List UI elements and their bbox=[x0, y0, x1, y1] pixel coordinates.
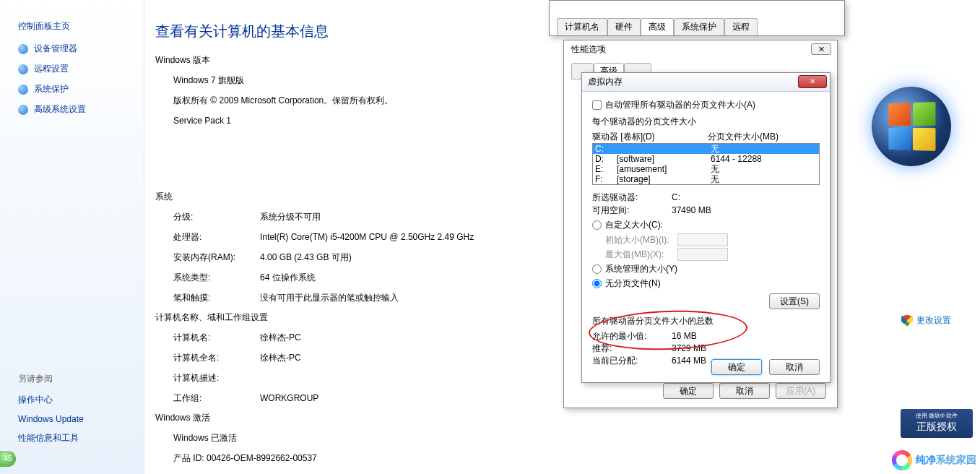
drive-listbox[interactable]: C:无 D:[software]6144 - 12288 E:[amusemen… bbox=[592, 143, 820, 185]
cur-value: 6144 MB bbox=[672, 355, 706, 367]
badge-45: 45 bbox=[0, 451, 16, 467]
free-space-label: 可用空间: bbox=[592, 204, 672, 217]
initial-size-label: 初始大小(MB)(I): bbox=[605, 234, 677, 246]
drive-col-header: 驱动器 [卷标](D) bbox=[592, 131, 708, 143]
drive-row: E:[amusement]无 bbox=[593, 164, 819, 174]
auto-manage-label: 自动管理所有驱动器的分页文件大小(A) bbox=[605, 99, 755, 111]
tab-hardware[interactable]: 硬件 bbox=[607, 18, 641, 35]
no-paging-label: 无分页文件(N) bbox=[605, 277, 661, 290]
vmem-title: 虚拟内存 bbox=[588, 76, 623, 88]
ram-value: 4.00 GB (2.43 GB 可用) bbox=[260, 251, 352, 264]
sidebar-title[interactable]: 控制面板主页 bbox=[18, 20, 144, 33]
cpu-label: 处理器: bbox=[173, 230, 260, 244]
ram-label: 安装内存(RAM): bbox=[173, 251, 260, 264]
product-id: 产品 ID: 00426-OEM-8992662-00537 bbox=[173, 452, 317, 465]
custom-size-label: 自定义大小(C): bbox=[605, 219, 663, 231]
system-managed-radio[interactable] bbox=[592, 264, 602, 274]
virtual-memory-dialog: 虚拟内存 ✕ 自动管理所有驱动器的分页文件大小(A) 每个驱动器的分页文件大小 … bbox=[581, 72, 831, 383]
drive-row: F:[storage]无 bbox=[593, 174, 819, 184]
sidebar-link-device-manager[interactable]: 设备管理器 bbox=[18, 43, 144, 55]
close-icon[interactable]: ✕ bbox=[798, 75, 827, 88]
service-pack-value: Service Pack 1 bbox=[173, 114, 231, 127]
drive-row: C:无 bbox=[593, 144, 819, 154]
shield-icon bbox=[18, 64, 28, 74]
cpu-value: Intel(R) Core(TM) i5-4200M CPU @ 2.50GHz… bbox=[260, 230, 474, 244]
min-value: 16 MB bbox=[672, 330, 697, 342]
pen-value: 没有可用于此显示器的笔或触控输入 bbox=[260, 291, 399, 304]
system-managed-label: 系统管理的大小(Y) bbox=[605, 263, 677, 275]
type-label: 系统类型: bbox=[173, 271, 260, 284]
windows-logo bbox=[872, 87, 951, 166]
sidebar-link-remote-settings[interactable]: 远程设置 bbox=[18, 63, 144, 75]
shield-icon bbox=[901, 315, 913, 327]
rec-value: 3729 MB bbox=[672, 342, 706, 355]
copyright-value: 版权所有 © 2009 Microsoft Corporation。保留所有权利… bbox=[173, 94, 393, 107]
each-drive-header: 每个驱动器的分页文件大小 bbox=[592, 116, 820, 128]
activation-header: Windows 激活 bbox=[155, 412, 980, 424]
no-paging-radio[interactable] bbox=[592, 279, 602, 288]
link-action-center[interactable]: 操作中心 bbox=[18, 394, 84, 406]
perfopt-apply-button[interactable]: 应用(A) bbox=[776, 383, 826, 399]
pen-label: 笔和触摸: bbox=[173, 291, 260, 304]
sel-drive-value: C: bbox=[672, 191, 680, 204]
tab-remote[interactable]: 远程 bbox=[724, 18, 758, 35]
custom-size-radio[interactable] bbox=[592, 220, 602, 230]
free-space-value: 37490 MB bbox=[672, 204, 711, 217]
system-properties-dialog: 计算机名 硬件 高级 系统保护 远程 bbox=[549, 0, 845, 36]
wg-value: WORKGROUP bbox=[260, 392, 318, 405]
sel-drive-label: 所选驱动器: bbox=[592, 191, 672, 204]
tab-system-protection[interactable]: 系统保护 bbox=[674, 18, 724, 35]
cname-value: 徐梓杰-PC bbox=[260, 331, 301, 344]
wg-label: 工作组: bbox=[173, 392, 260, 405]
shield-icon bbox=[18, 44, 28, 54]
vmem-ok-button[interactable]: 确定 bbox=[711, 359, 762, 375]
genuine-badge: 使用 微软® 软件 正版授权 bbox=[901, 409, 973, 438]
size-col-header: 分页文件大小(MB) bbox=[708, 131, 779, 143]
rec-label: 推荐: bbox=[592, 342, 672, 355]
cfull-label: 计算机全名: bbox=[173, 351, 260, 364]
change-settings-link[interactable]: 更改设置 bbox=[901, 314, 951, 327]
drive-row: D:[software]6144 - 12288 bbox=[593, 154, 819, 164]
max-size-label: 最大值(MB)(X): bbox=[605, 249, 677, 261]
activation-status: Windows 已激活 bbox=[173, 431, 237, 444]
sidebar-link-advanced-system[interactable]: 高级系统设置 bbox=[18, 103, 144, 116]
gear-icon bbox=[892, 450, 912, 470]
totals-header: 所有驱动器分页文件大小的总数 bbox=[592, 315, 820, 327]
control-panel-sidebar: 控制面板主页 设备管理器 远程设置 系统保护 高级系统设置 另请参阅 操作中心 … bbox=[0, 0, 144, 474]
max-size-input[interactable] bbox=[677, 248, 728, 261]
cname-label: 计算机名: bbox=[173, 331, 260, 344]
tab-computer-name[interactable]: 计算机名 bbox=[557, 18, 607, 35]
rating-link[interactable]: 系统分级不可用 bbox=[260, 210, 321, 223]
watermark: 纯净系统家园 bbox=[892, 450, 976, 470]
edition-value: Windows 7 旗舰版 bbox=[173, 74, 244, 87]
vmem-cancel-button[interactable]: 取消 bbox=[769, 359, 820, 375]
min-label: 允许的最小值: bbox=[592, 330, 672, 342]
initial-size-input[interactable] bbox=[677, 233, 728, 246]
perfopt-title: 性能选项 bbox=[564, 40, 837, 59]
auto-manage-checkbox[interactable] bbox=[592, 100, 602, 110]
sidebar-link-system-protection[interactable]: 系统保护 bbox=[18, 83, 144, 95]
perfopt-ok-button[interactable]: 确定 bbox=[663, 383, 714, 399]
cdesc-label: 计算机描述: bbox=[173, 371, 260, 384]
shield-icon bbox=[18, 85, 28, 95]
rating-label: 分级: bbox=[173, 210, 260, 223]
shield-icon bbox=[18, 105, 28, 115]
set-button[interactable]: 设置(S) bbox=[769, 293, 820, 309]
type-value: 64 位操作系统 bbox=[260, 271, 316, 284]
cur-label: 当前已分配: bbox=[592, 355, 672, 367]
see-also-header: 另请参阅 bbox=[18, 373, 84, 385]
link-windows-update[interactable]: Windows Update bbox=[18, 414, 84, 424]
perfopt-cancel-button[interactable]: 取消 bbox=[719, 383, 770, 399]
tab-advanced[interactable]: 高级 bbox=[641, 18, 674, 35]
close-icon[interactable]: ✕ bbox=[811, 43, 831, 55]
link-perf-info[interactable]: 性能信息和工具 bbox=[18, 432, 84, 444]
cfull-value: 徐梓杰-PC bbox=[260, 351, 301, 364]
